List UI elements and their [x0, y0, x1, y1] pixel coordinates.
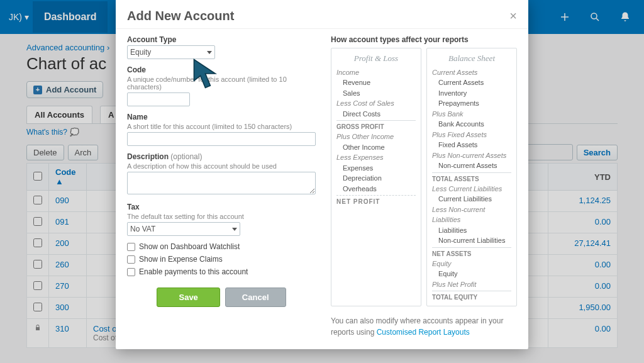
info-footer: You can also modify where accounts appea…	[331, 315, 517, 338]
report-total: TOTAL ASSETS	[432, 172, 511, 184]
report-item: Depreciation	[336, 173, 416, 184]
save-button[interactable]: Save	[157, 288, 219, 307]
report-item: Revenue	[336, 77, 416, 88]
expense-claims-checkbox[interactable]: Show in Expense Claims	[127, 255, 316, 264]
bs-title: Balance Sheet	[432, 52, 511, 65]
report-section: Plus Fixed Assets	[432, 130, 511, 140]
report-section: Less Cost of Sales	[336, 98, 416, 109]
report-section: Plus Net Profit	[432, 279, 511, 290]
report-total: GROSS PROFIT	[336, 120, 416, 131]
report-item: Direct Costs	[336, 109, 416, 120]
report-total: NET ASSETS	[432, 247, 511, 259]
report-section: Less Current Liabilities	[432, 184, 511, 194]
report-item: Inventory	[432, 88, 511, 99]
report-item: Equity	[432, 269, 511, 279]
description-input[interactable]	[127, 172, 316, 194]
code-hint: A unique code/number for this account (l…	[127, 75, 316, 91]
pl-title: Profit & Loss	[336, 52, 416, 65]
report-item: Fixed Assets	[432, 140, 511, 150]
report-total: TOTAL EQUITY	[432, 291, 511, 302]
report-section: Current Assets	[432, 67, 511, 78]
report-section: Income	[336, 67, 416, 78]
modal-title: Add New Account	[127, 9, 234, 23]
report-section: Equity	[432, 259, 511, 269]
report-item: Prepayments	[432, 98, 511, 109]
report-item: Non-current Liabilities	[432, 235, 511, 246]
report-section: Less Expenses	[336, 152, 416, 163]
name-input[interactable]	[127, 132, 316, 146]
report-item: Non-current Assets	[432, 160, 511, 171]
cancel-button[interactable]: Cancel	[225, 288, 286, 307]
profit-loss-card: Profit & Loss IncomeRevenueSalesLess Cos…	[331, 48, 421, 306]
code-input[interactable]	[127, 92, 190, 106]
report-item: Expenses	[336, 163, 416, 174]
tax-dropdown[interactable]: No VAT	[127, 222, 240, 236]
report-section: Less Non-current Liabilities	[432, 204, 511, 225]
description-label: Description (optional)	[127, 152, 316, 161]
name-hint: A short title for this account (limited …	[127, 123, 316, 130]
account-type-label: Account Type	[127, 35, 316, 44]
report-layouts-link[interactable]: Customised Report Layouts	[377, 328, 470, 337]
modal-overlay: Add New Account × Account Type Equity Co…	[0, 0, 644, 363]
report-section: Plus Bank	[432, 109, 511, 120]
report-item: Other Income	[336, 142, 416, 153]
report-net: NET PROFIT	[336, 195, 416, 206]
report-item: Current Liabilities	[432, 194, 511, 204]
code-label: Code	[127, 65, 316, 74]
report-item: Sales	[336, 88, 416, 99]
report-item: Bank Accounts	[432, 119, 511, 130]
account-type-dropdown[interactable]: Equity	[127, 45, 215, 59]
info-heading: How account types affect your reports	[331, 35, 517, 44]
description-hint: A description of how this account should…	[127, 162, 316, 170]
report-section: Plus Other Income	[336, 131, 416, 142]
add-account-modal: Add New Account × Account Type Equity Co…	[116, 0, 528, 349]
modal-form: Account Type Equity Code A unique code/n…	[127, 35, 316, 338]
name-label: Name	[127, 113, 316, 121]
tax-label: Tax	[127, 203, 316, 211]
enable-payments-checkbox[interactable]: Enable payments to this account	[127, 267, 316, 276]
report-section: Plus Non-current Assets	[432, 150, 511, 161]
report-item: Current Assets	[432, 77, 511, 88]
modal-info: How account types affect your reports Pr…	[331, 35, 517, 338]
chevron-down-icon	[207, 51, 212, 54]
watchlist-checkbox[interactable]: Show on Dashboard Watchlist	[127, 242, 316, 251]
chevron-down-icon	[232, 228, 237, 231]
close-icon[interactable]: ×	[509, 9, 517, 23]
report-item: Liabilities	[432, 225, 511, 236]
tax-hint: The default tax setting for this account	[127, 213, 316, 220]
balance-sheet-card: Balance Sheet Current AssetsCurrent Asse…	[426, 48, 517, 306]
report-item: Overheads	[336, 184, 416, 194]
